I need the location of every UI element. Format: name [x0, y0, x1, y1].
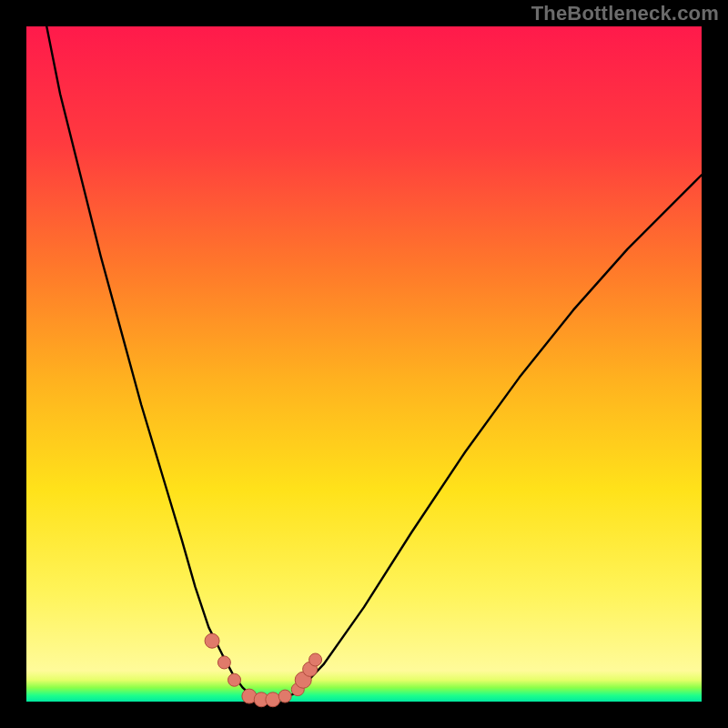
chart-stage: TheBottleneck.com	[0, 0, 728, 728]
svg-point-12	[309, 653, 322, 666]
v-curve-chart	[0, 0, 728, 728]
svg-point-2	[205, 633, 219, 648]
svg-point-3	[217, 656, 230, 669]
svg-rect-0	[26, 26, 702, 671]
svg-rect-1	[26, 671, 702, 702]
plot-area	[26, 26, 702, 707]
svg-point-4	[228, 673, 241, 686]
svg-point-7	[266, 693, 280, 707]
svg-point-8	[278, 690, 291, 703]
attribution-text: TheBottleneck.com	[531, 2, 719, 25]
